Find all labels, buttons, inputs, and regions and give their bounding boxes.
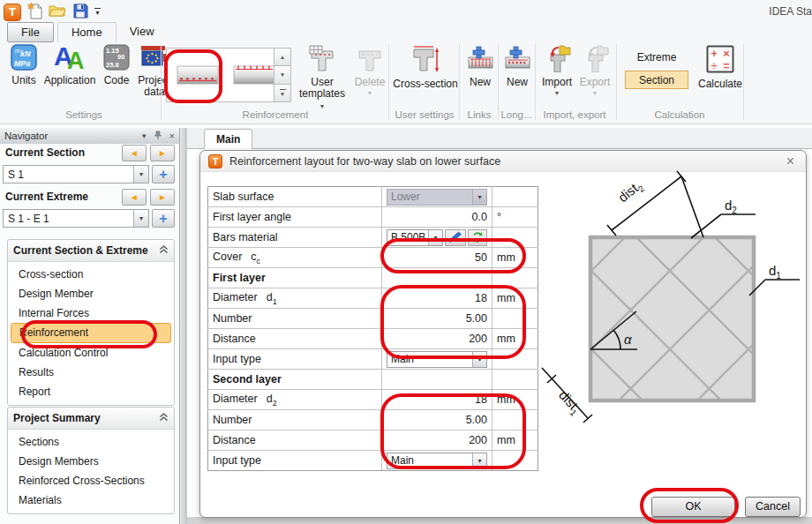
group-label-import-export: Import, export: [535, 109, 614, 120]
table-row-first-layer-header: First layer: [208, 268, 538, 288]
nav-item-internal-forces[interactable]: Internal Forces: [8, 303, 174, 323]
save-icon[interactable]: [72, 3, 88, 21]
nav-item-report[interactable]: Report: [8, 382, 174, 401]
cover-label: Covercc: [208, 248, 382, 268]
panel-menu-icon[interactable]: ▾: [142, 131, 147, 140]
cover-value[interactable]: 50: [382, 248, 492, 268]
pencil-icon: [448, 231, 462, 243]
add-section-button[interactable]: +: [152, 165, 175, 183]
gallery-down-icon[interactable]: ▼: [274, 66, 291, 84]
tab-home[interactable]: Home: [57, 22, 117, 42]
template-upper-surface[interactable]: [229, 49, 280, 101]
table-row-l1-diameter: Diameterd1 18 mm: [208, 288, 538, 309]
l1-distance-value[interactable]: 200: [382, 329, 492, 349]
current-section-dropdown[interactable]: S 1 ▾: [3, 165, 149, 183]
l2-distance-label: Distance: [208, 430, 382, 451]
add-extreme-button[interactable]: +: [152, 209, 175, 228]
units-button[interactable]: mkNMPa Units: [7, 44, 41, 86]
nav-item-materials[interactable]: Materials: [8, 490, 174, 510]
group-label-user-settings: User settings: [390, 109, 459, 120]
l2-diameter-value[interactable]: 18: [382, 390, 492, 410]
project-summary-header[interactable]: Project Summary: [8, 408, 174, 430]
l1-diameter-value[interactable]: 18: [382, 288, 492, 309]
slab-lower-bars-icon: [176, 55, 220, 95]
new-longitudinal-button[interactable]: New: [500, 46, 535, 88]
close-panel-icon[interactable]: ×: [169, 131, 175, 140]
nav-item-calculation-control[interactable]: Calculation Control: [8, 343, 174, 363]
nav-item-reinforced-cross-sections[interactable]: Reinforced Cross-Sections: [8, 471, 174, 490]
l2-distance-value[interactable]: 200: [382, 430, 492, 451]
navigator-panel: Navigator ▾ × Current Section ◄ ► S 1 ▾ …: [0, 128, 180, 524]
dialog-app-icon: T: [208, 154, 222, 168]
edit-material-button[interactable]: [445, 229, 466, 246]
current-extreme-dropdown[interactable]: S 1 - E 1 ▾: [3, 209, 149, 228]
table-row-l2-diameter: Diameterd2 18 mm: [208, 390, 538, 410]
collapse-icon[interactable]: [159, 412, 169, 424]
nav-item-results[interactable]: Results: [8, 363, 174, 382]
ok-button[interactable]: OK: [651, 497, 735, 517]
new-file-icon[interactable]: [27, 2, 42, 22]
first-layer-angle-unit: °: [492, 207, 538, 228]
nav-item-reinforcement[interactable]: Reinforcement: [11, 323, 171, 343]
gallery-expand-icon[interactable]: ▼: [274, 85, 291, 102]
chevron-down-icon[interactable]: ▾: [133, 210, 148, 227]
chevron-down-icon[interactable]: ▾: [472, 453, 486, 468]
gallery-up-icon[interactable]: ▲: [274, 48, 291, 66]
next-extreme-button[interactable]: ►: [150, 189, 175, 206]
calculate-button[interactable]: +×÷= Calculate: [695, 44, 745, 90]
l2-number-value[interactable]: 5.00: [382, 410, 492, 430]
application-icon: AA: [54, 42, 86, 73]
collapse-icon[interactable]: [159, 244, 169, 257]
l2-input-type-dropdown[interactable]: Main ▾: [387, 453, 487, 469]
import-button[interactable]: Import ▼: [538, 44, 576, 96]
l2-number-label: Number: [208, 410, 382, 430]
ribbon: T ▼ IDEA Sta File Home View mkNMPa Units…: [0, 0, 812, 124]
next-section-button[interactable]: ►: [150, 145, 175, 161]
application-button[interactable]: AA Application: [41, 42, 99, 86]
extreme-toggle[interactable]: Extreme: [625, 51, 688, 64]
svg-text:kN: kN: [20, 49, 31, 58]
qat-customize-icon[interactable]: ▼: [94, 8, 101, 17]
dialog-titlebar: T Reinforcement layout for two-way slab …: [200, 151, 806, 172]
pin-icon[interactable]: [154, 131, 162, 142]
cross-section-button[interactable]: Cross-section: [392, 44, 459, 90]
delete-template-icon: [356, 44, 384, 75]
nav-item-cross-section[interactable]: Cross-section: [8, 265, 174, 284]
tab-main[interactable]: Main: [204, 129, 252, 149]
user-templates-icon: [308, 44, 336, 75]
first-layer-angle-value[interactable]: 0.0: [382, 207, 492, 228]
section-extreme-group-header[interactable]: Current Section & Extreme: [8, 240, 174, 262]
chevron-down-icon[interactable]: ▾: [472, 352, 486, 367]
template-lower-surface[interactable]: [172, 49, 223, 101]
table-row-first-layer-angle: First layer angle 0.0 °: [208, 207, 538, 228]
section-toggle[interactable]: Section: [625, 71, 688, 89]
close-icon[interactable]: ×: [783, 154, 798, 168]
cancel-button[interactable]: Cancel: [745, 497, 801, 517]
tab-view[interactable]: View: [117, 22, 168, 42]
refresh-icon: [471, 231, 484, 243]
prev-section-button[interactable]: ◄: [122, 145, 147, 161]
table-row-second-layer-header: Second layer: [208, 370, 538, 390]
user-templates-button[interactable]: User templates ▼: [295, 44, 350, 111]
l1-number-value[interactable]: 5.00: [382, 309, 492, 329]
l1-diameter-unit: mm: [492, 288, 538, 309]
l2-diameter-unit: mm: [492, 390, 538, 410]
prev-extreme-button[interactable]: ◄: [122, 189, 147, 206]
current-extreme-label: Current Extreme: [5, 191, 88, 203]
nav-item-design-member[interactable]: Design Member: [8, 284, 174, 303]
new-link-button[interactable]: New: [462, 46, 498, 88]
chevron-down-icon[interactable]: ▾: [428, 230, 442, 245]
open-folder-icon[interactable]: [49, 4, 66, 20]
tab-file[interactable]: File: [7, 22, 54, 42]
bars-material-dropdown[interactable]: B 500B ▾: [387, 229, 443, 246]
svg-text:×: ×: [723, 47, 730, 60]
l1-input-type-dropdown[interactable]: Main ▾: [387, 351, 487, 368]
window-title: IDEA Sta: [769, 5, 812, 18]
code-button[interactable]: 1.159025.8 Code: [101, 44, 132, 86]
panel-splitter[interactable]: [180, 128, 187, 524]
nav-item-sections[interactable]: Sections: [8, 432, 174, 452]
refresh-material-button[interactable]: [468, 229, 487, 246]
nav-item-design-members[interactable]: Design Members: [8, 452, 174, 471]
l2-input-type-label: Input type: [208, 451, 382, 471]
chevron-down-icon[interactable]: ▾: [133, 166, 148, 183]
